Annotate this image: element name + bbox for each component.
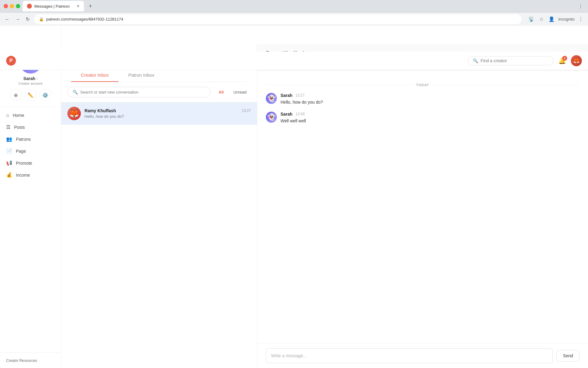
back-button[interactable]: ← [4,15,11,23]
url-text: patreon.com/messages/8847932-11281174 [46,17,123,21]
sidebar-settings-button[interactable]: ⚙️ [40,90,51,101]
message-input[interactable] [266,348,553,363]
message-body-2: Sarah 13:58 Well well well [281,112,579,124]
forward-button[interactable]: → [14,15,21,23]
filter-all-button[interactable]: All [214,88,228,96]
sidebar-item-posts[interactable]: ☰ Posts [0,121,61,133]
send-button[interactable]: Send [556,350,579,362]
message-header-1: Sarah 13:27 [281,93,579,98]
conversation-list: 🦊 Ramy Khuffash 13:27 Hello, how do you … [61,102,257,368]
patreon-logo[interactable]: P [6,56,16,66]
sidebar-item-promote[interactable]: 📢 Promote [0,157,61,169]
chat-panel: Ramy Khuffash PATRON SINCE Jun 2022 PLED… [257,44,588,368]
message-sender-2: Sarah [281,112,292,117]
chat-message-1: 👻 Sarah 13:27 Hello, how do you do? [266,93,579,105]
conversation-search-bar[interactable]: 🔍 [67,87,211,97]
sidebar-item-home[interactable]: ⌂ Home [0,109,61,121]
filter-tabs: All Unread [214,88,251,96]
sidebar-navigation: ⌂ Home ☰ Posts 👥 Patrons 📄 Page 📢 Promot… [0,107,61,352]
sidebar-item-label-income: Income [16,173,30,178]
tab-close-button[interactable]: ✕ [77,4,80,8]
browser-options-icon[interactable]: ⋮ [577,15,584,23]
sidebar-item-page[interactable]: 📄 Page [0,145,61,157]
conversation-time: 13:27 [242,109,251,113]
tab-title: Messages | Patreon [34,4,70,9]
conversation-toolbar: 🔍 All Unread [61,82,257,102]
reload-button[interactable]: ↻ [24,15,31,23]
filter-unread-button[interactable]: Unread [229,88,251,96]
notifications-button[interactable]: 🔔 2 [558,57,566,64]
conversation-name-row: Ramy Khuffash 13:27 [85,108,251,113]
sidebar-item-label-promote: Promote [16,161,32,166]
message-body-1: Sarah 13:27 Hello, how do you do? [281,93,579,105]
tab-patron-inbox[interactable]: Patron Inbox [119,69,164,82]
profile-icon[interactable]: 👤 [547,15,556,23]
sarah-avatar-msg2: 👻 [266,112,277,123]
message-time-1: 13:27 [296,93,305,98]
ramy-avatar: 🦊 [67,107,81,120]
sidebar-item-income[interactable]: 💰 Income [0,169,61,181]
bookmark-icon[interactable]: ☆ [538,15,545,23]
search-icon: 🔍 [73,90,78,94]
browser-tab[interactable]: Messages | Patreon ✕ [23,1,84,11]
sidebar-item-patrons[interactable]: 👥 Patrons [0,133,61,145]
message-text-2: Well well well [281,118,579,124]
message-sender-1: Sarah [281,93,292,98]
patrons-icon: 👥 [6,136,12,142]
sidebar-item-label-posts: Posts [14,125,25,130]
sidebar-explore-button[interactable]: ⊕ [10,90,21,101]
message-text-1: Hello, how do you do? [281,99,579,105]
conversation-panel: Messages Creator Inbox Patron Inbox 🔍 Al… [61,44,257,368]
messages-content: Messages Creator Inbox Patron Inbox 🔍 Al… [61,44,588,368]
minimize-dot[interactable] [10,4,14,8]
ramy-avatar-icon: 🦊 [69,109,79,118]
sidebar-item-label-patrons: Patrons [16,137,31,142]
tab-favicon [27,4,32,9]
message-time-2: 13:58 [296,112,305,116]
conversation-search-input[interactable] [80,90,205,94]
date-label: TODAY [416,83,429,87]
sidebar-footer: Creator Resources [0,352,61,368]
messages-area: Messages Creator Inbox Patron Inbox 🔍 Al… [61,26,588,368]
top-nav: P 🔍 🔔 2 🦊 [0,52,588,70]
tab-creator-inbox[interactable]: Creator Inbox [71,69,119,82]
income-icon: 💰 [6,172,12,178]
chat-message-2: 👻 Sarah 13:58 Well well well [266,112,579,124]
new-tab-button[interactable]: + [86,2,95,11]
browser-dots [4,4,20,8]
message-header-2: Sarah 13:58 [281,112,579,117]
sidebar-role: Creator account [18,82,42,85]
sidebar-username[interactable]: Sarah › [23,76,37,81]
maximize-dot[interactable] [16,4,20,8]
conversation-info: Ramy Khuffash 13:27 Hello, how do you do… [85,108,251,119]
sidebar-edit-button[interactable]: ✏️ [25,90,36,101]
sidebar: 👻 Sarah › Creator account ⊕ ✏️ ⚙️ ⌂ Home… [0,26,61,368]
sidebar-item-label-page: Page [16,149,26,154]
conversation-item[interactable]: 🦊 Ramy Khuffash 13:27 Hello, how do you … [61,102,257,125]
search-icon: 🔍 [473,58,478,63]
browser-menu-button[interactable]: ⋮ [577,2,584,10]
inbox-tabs: Creator Inbox Patron Inbox [71,69,247,82]
user-avatar-nav[interactable]: 🦊 [571,55,582,66]
find-creator-input[interactable] [481,58,548,63]
find-creator-search[interactable]: 🔍 [468,56,553,65]
close-dot[interactable] [4,4,8,8]
sidebar-item-label-home: Home [13,113,24,118]
posts-icon: ☰ [6,124,10,130]
sarah-avatar-msg1: 👻 [266,93,277,104]
conversation-preview: Hello, how do you do? [85,114,189,119]
date-line-right [433,85,579,85]
home-icon: ⌂ [6,113,9,118]
conversation-contact-name: Ramy Khuffash [85,108,116,113]
date-divider: TODAY [266,83,579,87]
logo-icon: P [6,56,16,66]
cast-icon[interactable]: 📡 [527,15,536,23]
sarah-avatar-icon: 👻 [267,94,276,102]
page-icon: 📄 [6,148,12,154]
notification-badge: 2 [562,56,567,61]
chat-input-area: Send [257,343,588,368]
address-bar[interactable]: 🔒 patreon.com/messages/8847932-11281174 [34,14,522,24]
creator-resources-link[interactable]: Creator Resources [6,358,37,363]
promote-icon: 📢 [6,160,12,166]
incognito-label: Incognito [558,17,575,21]
